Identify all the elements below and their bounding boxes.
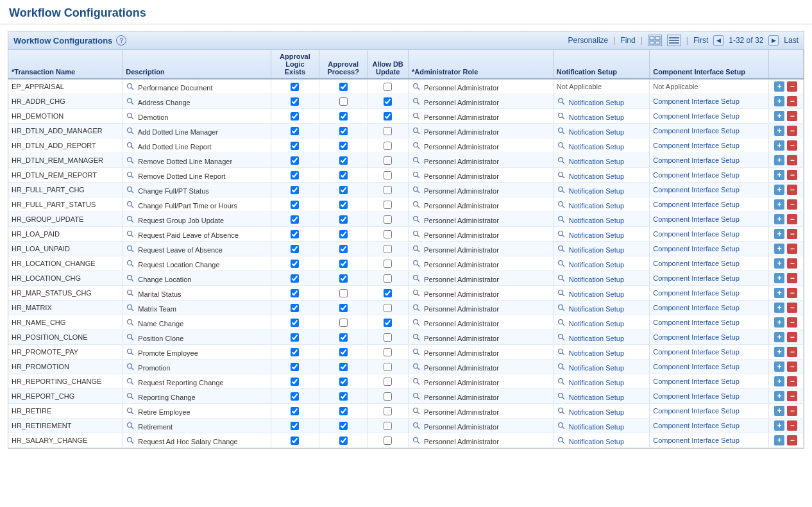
approval-logic-checkbox[interactable]: [291, 156, 299, 165]
description-lookup-icon[interactable]: [126, 244, 135, 253]
description-lookup-icon[interactable]: [126, 259, 135, 268]
add-row-button[interactable]: +: [774, 170, 784, 180]
description-lookup-icon[interactable]: [126, 392, 135, 401]
ci-setup-link[interactable]: Component Interface Setup: [653, 436, 740, 444]
admin-role-lookup-icon[interactable]: [412, 303, 421, 312]
ci-setup-link[interactable]: Component Interface Setup: [653, 407, 740, 415]
ci-setup-link[interactable]: Component Interface Setup: [653, 142, 740, 149]
notification-setup-link[interactable]: Notification Setup: [569, 379, 624, 386]
help-icon[interactable]: ?: [116, 35, 126, 46]
notification-lookup-icon[interactable]: [557, 303, 566, 312]
notification-lookup-icon[interactable]: [557, 170, 566, 179]
admin-role-lookup-icon[interactable]: [412, 156, 421, 165]
allow-db-checkbox[interactable]: [384, 201, 392, 209]
admin-role-lookup-icon[interactable]: [412, 185, 421, 194]
approval-logic-checkbox[interactable]: [291, 392, 299, 401]
delete-row-button[interactable]: −: [787, 111, 797, 121]
description-lookup-icon[interactable]: [126, 288, 135, 297]
description-lookup-icon[interactable]: [126, 318, 135, 327]
add-row-button[interactable]: +: [774, 303, 784, 313]
delete-row-button[interactable]: −: [787, 317, 797, 328]
allow-db-checkbox[interactable]: [384, 171, 392, 179]
notification-lookup-icon[interactable]: [557, 259, 566, 268]
description-lookup-icon[interactable]: [126, 406, 135, 415]
notification-lookup-icon[interactable]: [557, 318, 566, 327]
notification-setup-link[interactable]: Notification Setup: [569, 335, 624, 342]
allow-db-checkbox[interactable]: [384, 319, 392, 327]
add-row-button[interactable]: +: [774, 406, 784, 416]
allow-db-checkbox[interactable]: [384, 274, 392, 283]
add-row-button[interactable]: +: [774, 229, 784, 239]
admin-role-lookup-icon[interactable]: [412, 392, 421, 401]
ci-setup-link[interactable]: Component Interface Setup: [653, 378, 740, 385]
notification-setup-link[interactable]: Notification Setup: [569, 394, 624, 401]
approval-process-checkbox[interactable]: [339, 186, 348, 194]
allow-db-checkbox[interactable]: [384, 97, 392, 106]
add-row-button[interactable]: +: [774, 391, 784, 401]
notification-lookup-icon[interactable]: [557, 377, 566, 386]
delete-row-button[interactable]: −: [787, 96, 797, 106]
delete-row-button[interactable]: −: [787, 126, 797, 136]
approval-process-checkbox[interactable]: [339, 289, 348, 297]
admin-role-lookup-icon[interactable]: [412, 112, 421, 121]
ci-setup-link[interactable]: Component Interface Setup: [653, 127, 740, 135]
admin-role-lookup-icon[interactable]: [412, 244, 421, 253]
approval-process-checkbox[interactable]: [339, 363, 348, 371]
admin-role-lookup-icon[interactable]: [412, 200, 421, 209]
allow-db-checkbox[interactable]: [384, 156, 392, 165]
approval-process-checkbox[interactable]: [339, 83, 348, 91]
notification-lookup-icon[interactable]: [557, 141, 566, 150]
delete-row-button[interactable]: −: [787, 140, 797, 151]
notification-setup-link[interactable]: Notification Setup: [569, 217, 624, 224]
delete-row-button[interactable]: −: [787, 347, 797, 357]
personalize-link[interactable]: Personalize: [568, 36, 609, 45]
admin-role-lookup-icon[interactable]: [412, 377, 421, 386]
delete-row-button[interactable]: −: [787, 244, 797, 254]
description-lookup-icon[interactable]: [126, 333, 135, 342]
allow-db-checkbox[interactable]: [384, 112, 392, 121]
approval-logic-checkbox[interactable]: [291, 436, 299, 445]
admin-role-lookup-icon[interactable]: [412, 259, 421, 268]
notification-setup-link[interactable]: Notification Setup: [569, 158, 624, 165]
admin-role-lookup-icon[interactable]: [412, 170, 421, 179]
prev-page-btn[interactable]: ◀: [713, 35, 723, 46]
ci-setup-link[interactable]: Component Interface Setup: [653, 112, 740, 120]
approval-logic-checkbox[interactable]: [291, 83, 299, 91]
notification-setup-link[interactable]: Notification Setup: [569, 408, 624, 416]
delete-row-button[interactable]: −: [787, 199, 797, 210]
notification-lookup-icon[interactable]: [557, 244, 566, 253]
allow-db-checkbox[interactable]: [384, 422, 392, 430]
allow-db-checkbox[interactable]: [384, 436, 392, 445]
ci-setup-link[interactable]: Component Interface Setup: [653, 363, 740, 370]
approval-process-checkbox[interactable]: [339, 142, 348, 150]
ci-setup-link[interactable]: Component Interface Setup: [653, 171, 740, 179]
notification-lookup-icon[interactable]: [557, 215, 566, 224]
delete-row-button[interactable]: −: [787, 435, 797, 445]
notification-lookup-icon[interactable]: [557, 406, 566, 415]
approval-logic-checkbox[interactable]: [291, 127, 299, 135]
add-row-button[interactable]: +: [774, 244, 784, 254]
notification-setup-link[interactable]: Notification Setup: [569, 423, 624, 431]
approval-process-checkbox[interactable]: [339, 319, 348, 327]
approval-process-checkbox[interactable]: [339, 260, 348, 268]
ci-setup-link[interactable]: Component Interface Setup: [653, 201, 740, 208]
add-row-button[interactable]: +: [774, 288, 784, 298]
approval-logic-checkbox[interactable]: [291, 378, 299, 386]
approval-logic-checkbox[interactable]: [291, 407, 299, 415]
admin-role-lookup-icon[interactable]: [412, 126, 421, 135]
approval-logic-checkbox[interactable]: [291, 112, 299, 121]
notification-setup-link[interactable]: Notification Setup: [569, 290, 624, 298]
approval-process-checkbox[interactable]: [339, 348, 348, 356]
description-lookup-icon[interactable]: [126, 185, 135, 194]
approval-logic-checkbox[interactable]: [291, 245, 299, 253]
approval-process-checkbox[interactable]: [339, 156, 348, 165]
admin-role-lookup-icon[interactable]: [412, 215, 421, 224]
allow-db-checkbox[interactable]: [384, 142, 392, 150]
approval-logic-checkbox[interactable]: [291, 422, 299, 430]
approval-process-checkbox[interactable]: [339, 127, 348, 135]
delete-row-button[interactable]: −: [787, 229, 797, 239]
approval-process-checkbox[interactable]: [339, 392, 348, 401]
ci-setup-link[interactable]: Component Interface Setup: [653, 245, 740, 253]
notification-lookup-icon[interactable]: [557, 392, 566, 401]
notification-lookup-icon[interactable]: [557, 229, 566, 238]
